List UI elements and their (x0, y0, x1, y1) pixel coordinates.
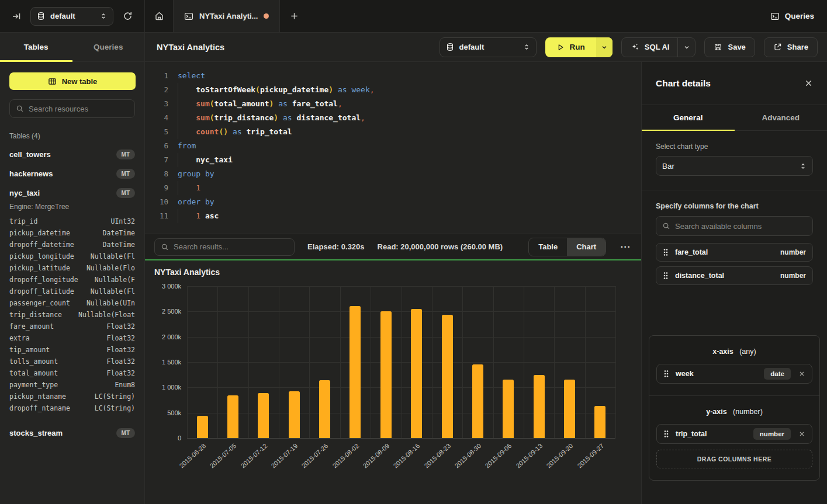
home-icon[interactable] (145, 0, 173, 32)
code-text: 1 asc (178, 209, 219, 223)
run-button[interactable]: Run (545, 37, 613, 57)
editor-line[interactable]: 111 asc (153, 209, 641, 223)
table-item-hackernews[interactable]: hackernewsMT (9, 164, 135, 183)
new-tab-icon[interactable] (280, 0, 308, 32)
run-database-value: default (459, 43, 518, 51)
collapse-sidebar-icon[interactable] (9, 9, 23, 23)
table-name: hackernews (9, 169, 116, 178)
editor-line[interactable]: 3sum(total_amount) as fare_total, (153, 97, 641, 111)
run-options-caret[interactable] (596, 37, 613, 57)
editor-line[interactable]: 8group by (153, 167, 641, 181)
editor-line[interactable]: 91 (153, 181, 641, 195)
column-row: total_amountFloat32 (9, 367, 135, 379)
code-text: sum(trip_distance) as distance_total, (178, 111, 365, 125)
column-type: Float32 (107, 346, 135, 354)
column-type: Nullable(Fl (91, 252, 135, 260)
code-text: 1 (178, 181, 200, 195)
search-results-box (154, 238, 295, 256)
sql-ai-button[interactable]: SQL AI (621, 37, 696, 57)
bar-chart-plot: 0500k1 000k1 500k2 000k2 500k3 000k2015-… (187, 286, 615, 438)
available-column-distance_total[interactable]: distance_totalnumber (656, 266, 813, 285)
column-name: dropoff_latitude (9, 287, 91, 296)
editor-line[interactable]: 6from (153, 139, 641, 153)
terminal-icon (184, 12, 193, 21)
save-button[interactable]: Save (704, 37, 755, 57)
chart-details-tabs: General Advanced (642, 105, 827, 131)
line-number: 7 (153, 153, 168, 167)
column-name: trip_id (9, 217, 110, 225)
engine-label: Engine: MergeTree (9, 203, 135, 211)
bar-2015-09-27 (594, 406, 605, 438)
indent-guide (178, 97, 178, 111)
sql-ai-caret[interactable] (677, 38, 695, 57)
tab-nytaxi-analytics[interactable]: NYTaxi Analyti... (173, 0, 280, 32)
x-axis-section: x-axis (any) week date (649, 336, 819, 395)
more-options-icon[interactable]: ⋯ (619, 241, 632, 253)
drag-handle-icon[interactable] (663, 370, 669, 378)
view-toggle-table[interactable]: Table (529, 238, 567, 256)
code-text: group by (178, 167, 214, 181)
remove-x-axis-icon[interactable] (798, 370, 805, 377)
sidebar-tab-queries[interactable]: Queries (72, 33, 145, 61)
y-tick-label: 2 000k (162, 333, 181, 340)
editor-line[interactable]: 4sum(trip_distance) as distance_total, (153, 111, 641, 125)
terminal-icon (770, 12, 780, 21)
y-tick-label: 500k (167, 409, 181, 416)
remove-y-axis-icon[interactable] (798, 430, 805, 437)
gridline-v (371, 286, 371, 438)
refresh-icon[interactable] (120, 9, 135, 23)
database-selector[interactable]: default (30, 7, 113, 26)
column-type: UInt32 (110, 217, 135, 225)
table-item-cell_towers[interactable]: cell_towersMT (9, 145, 135, 164)
table-item-nyc_taxi[interactable]: nyc_taxiMT (9, 183, 135, 203)
drag-handle-icon[interactable] (663, 272, 669, 280)
close-icon[interactable] (804, 79, 813, 88)
column-name: dropoff_longitude (9, 276, 95, 284)
new-table-button[interactable]: New table (9, 72, 136, 90)
column-name: pickup_longitude (9, 252, 91, 260)
column-name: distance_total (675, 272, 774, 280)
gridline-v (402, 286, 402, 438)
indent-guide (178, 125, 178, 139)
drag-handle-icon[interactable] (663, 248, 669, 256)
search-columns-input[interactable] (675, 222, 807, 231)
column-type: number (780, 248, 806, 256)
chart-details-body: Select chart type Bar Specify columns fo… (642, 131, 827, 504)
indent-guide (178, 209, 178, 223)
line-number: 4 (153, 111, 168, 125)
column-row: passenger_countNullable(UIn (9, 297, 135, 309)
table-list: cell_towersMThackernewsMTnyc_taxiMTEngin… (0, 145, 144, 443)
chart-title: NYTaxi Analytics (154, 267, 220, 277)
editor-line[interactable]: 1select (153, 69, 641, 83)
gridline-v (340, 286, 341, 438)
table-item-stocks_stream[interactable]: stocks_streamMT (9, 423, 135, 443)
bar-2015-08-23 (442, 315, 453, 438)
share-button[interactable]: Share (764, 37, 818, 57)
line-number: 9 (153, 181, 168, 195)
search-results-input[interactable] (174, 242, 288, 251)
gridline-v (432, 286, 432, 438)
code-text: toStartOfWeek(pickup_datetime) as week, (178, 83, 375, 97)
line-number: 3 (153, 97, 168, 111)
search-resources-input[interactable] (29, 105, 129, 113)
editor-line[interactable]: 5count() as trip_total (153, 125, 641, 139)
editor-line[interactable]: 7nyc_taxi (153, 153, 641, 167)
tab-advanced[interactable]: Advanced (735, 105, 827, 130)
read-stat: Read: 20,000,000 rows (260.00 MB) (378, 242, 503, 251)
chart-type-select[interactable]: Bar (656, 156, 813, 176)
available-column-fare_total[interactable]: fare_totalnumber (656, 243, 813, 262)
x-axis-type-badge: date (764, 368, 791, 380)
column-type: LC(String) (95, 404, 135, 412)
sql-editor[interactable]: 1select2toStartOfWeek(pickup_datetime) a… (145, 62, 641, 234)
run-database-selector[interactable]: default (440, 37, 537, 57)
sidebar-tab-tables[interactable]: Tables (0, 33, 72, 61)
queries-button[interactable]: Queries (770, 12, 814, 21)
editor-line[interactable]: 10order by (153, 195, 641, 209)
tab-general[interactable]: General (642, 105, 735, 130)
editor-line[interactable]: 2toStartOfWeek(pickup_datetime) as week, (153, 83, 641, 97)
view-toggle-chart[interactable]: Chart (567, 238, 605, 256)
drag-handle-icon[interactable] (663, 430, 669, 438)
column-name: tip_amount (9, 346, 107, 354)
drag-columns-dropzone[interactable]: DRAG COLUMNS HERE (656, 450, 812, 468)
gridline-v (309, 286, 310, 438)
